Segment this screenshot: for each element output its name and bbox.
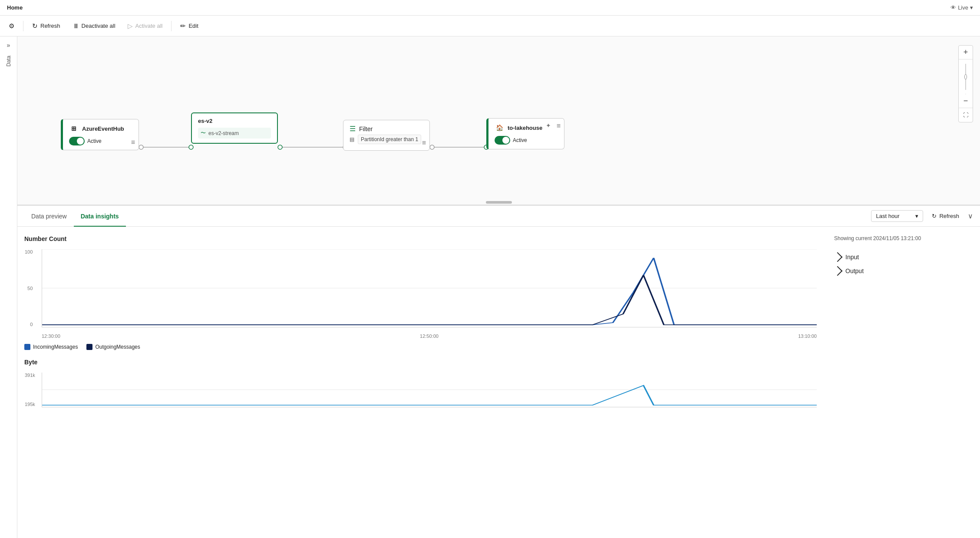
svg-point-1	[139, 145, 143, 149]
zoom-controls: + − ⛶	[958, 45, 973, 122]
destination-node-title: to-lakehouse	[508, 125, 542, 131]
bottom-panel: Data preview Data insights Last hour ▾ ↻…	[17, 206, 980, 538]
source-node-header: ⊞ AzureEventHub	[69, 124, 132, 133]
chart1-y-labels: 100 50 0	[25, 249, 35, 327]
page-title: Home	[7, 4, 23, 11]
output-chevron-icon	[833, 266, 843, 276]
legend-incoming-box	[24, 344, 30, 350]
input-label: Input	[845, 254, 859, 261]
showing-text: Showing current 2024/11/05 13:21:00	[834, 235, 973, 241]
byte-chart: Byte 391k 195k	[24, 359, 817, 407]
input-chevron-icon	[833, 252, 843, 262]
chart1-svg	[42, 249, 817, 327]
canvas-container: ⊞ AzureEventHub Active ≡ es-v2 〜	[17, 36, 980, 538]
chart2-title: Byte	[24, 359, 817, 366]
input-expandable[interactable]: Input	[834, 250, 973, 264]
zoom-fit-button[interactable]: ⛶	[959, 108, 973, 122]
time-selector[interactable]: Last hour ▾	[871, 210, 923, 222]
canvas[interactable]: ⊞ AzureEventHub Active ≡ es-v2 〜	[17, 36, 980, 206]
chart2-svg	[42, 373, 817, 407]
time-selector-chevron: ▾	[915, 213, 918, 219]
settings-button[interactable]: ⚙	[3, 20, 20, 33]
legend-outgoing-box	[86, 344, 92, 350]
scroll-indicator	[486, 201, 512, 204]
content-area: Number Count 100 50 0	[17, 227, 980, 538]
destination-settings-icon[interactable]: ✦	[546, 122, 551, 129]
insights-refresh-icon: ↻	[932, 213, 937, 219]
filter-condition: PartitionId greater than 1	[358, 135, 421, 144]
filter-title: Filter	[359, 125, 373, 132]
sidebar: » Data	[0, 36, 17, 538]
source-node[interactable]: ⊞ AzureEventHub Active ≡	[61, 119, 139, 150]
chart1-area: 100 50 0	[42, 249, 817, 327]
zoom-out-button[interactable]: −	[959, 94, 973, 108]
edit-button[interactable]: ✏ Edit	[175, 20, 203, 33]
chart1-title: Number Count	[24, 235, 817, 242]
main-layout: » Data	[0, 36, 980, 538]
transform-stream-label: es-v2-stream	[208, 130, 239, 136]
zoom-slider[interactable]	[965, 59, 966, 94]
destination-menu-icon[interactable]: ≡	[557, 122, 561, 130]
filter-menu-icon[interactable]: ≡	[422, 139, 426, 147]
toolbar-separator-2	[171, 21, 172, 31]
refresh-icon: ↻	[32, 22, 38, 30]
zoom-in-button[interactable]: +	[959, 46, 973, 59]
legend-incoming: IncomingMessages	[24, 344, 78, 350]
source-node-title: AzureEventHub	[82, 125, 124, 132]
source-status: Active	[87, 138, 102, 144]
filter-node[interactable]: ☰ Filter ▤ PartitionId greater than 1 ≡	[343, 120, 430, 151]
chart2-area: 391k 195k	[42, 373, 817, 407]
view-mode-button[interactable]: 👁 Live ▾	[950, 4, 973, 11]
svg-point-7	[430, 145, 434, 149]
destination-toggle[interactable]	[495, 136, 510, 145]
transform-node-title: es-v2	[198, 118, 212, 124]
activate-icon: ▷	[128, 22, 133, 30]
toolbar: ⚙ ↻ Refresh ⏸ Deactivate all ▷ Activate …	[0, 16, 980, 36]
zoom-thumb	[965, 75, 967, 79]
settings-icon: ⚙	[9, 22, 14, 30]
source-toggle[interactable]	[69, 137, 85, 145]
insights-refresh-button[interactable]: ↻ Refresh	[928, 211, 963, 221]
chart-section: Number Count 100 50 0	[24, 235, 817, 529]
transform-node[interactable]: es-v2 〜 es-v2-stream	[191, 112, 278, 144]
chart1-x-labels: 12:30:00 12:50:00 13:10:00	[42, 332, 817, 339]
destination-status: Active	[513, 137, 527, 143]
tabs-row: Data preview Data insights Last hour ▾ ↻…	[17, 206, 980, 227]
eye-icon: 👁	[950, 4, 956, 11]
chevron-down-icon: ▾	[970, 4, 973, 11]
sidebar-expand-button[interactable]: »	[7, 42, 10, 49]
svg-point-2	[189, 145, 193, 149]
transform-node-header: es-v2	[198, 118, 271, 124]
zoom-track	[965, 64, 966, 90]
eventhub-icon: ⊞	[69, 124, 79, 133]
legend-outgoing: OutgoingMessages	[86, 344, 140, 350]
chart1-legend: IncomingMessages OutgoingMessages	[24, 344, 817, 350]
title-bar: Home 👁 Live ▾	[0, 0, 980, 16]
activate-button[interactable]: ▷ Activate all	[122, 20, 168, 33]
panel-expand-button[interactable]: ∨	[968, 212, 973, 220]
lakehouse-icon: 🏠	[495, 123, 504, 132]
svg-point-4	[278, 145, 282, 149]
filter-condition-row: ▤ PartitionId greater than 1	[350, 135, 423, 144]
number-count-chart: Number Count 100 50 0	[24, 235, 817, 350]
source-toggle-container: Active	[69, 137, 132, 145]
chart2-y-labels: 391k 195k	[25, 373, 38, 407]
filter-icon: ☰	[350, 125, 356, 133]
tab-data-preview[interactable]: Data preview	[24, 206, 74, 227]
flow-area: ⊞ AzureEventHub Active ≡ es-v2 〜	[17, 36, 980, 205]
output-expandable[interactable]: Output	[834, 264, 973, 278]
edit-icon: ✏	[180, 22, 186, 30]
refresh-button[interactable]: ↻ Refresh	[27, 20, 66, 33]
destination-node[interactable]: 🏠 to-lakehouse Active ✦ ≡	[486, 118, 564, 149]
output-label: Output	[845, 267, 864, 274]
deactivate-button[interactable]: ⏸ Deactivate all	[67, 20, 121, 32]
sidebar-label: Data	[6, 56, 12, 66]
filter-condition-icon: ▤	[350, 136, 354, 142]
destination-toggle-container: Active	[495, 136, 558, 145]
tab-data-insights[interactable]: Data insights	[74, 206, 126, 227]
right-panel: Showing current 2024/11/05 13:21:00 Inpu…	[834, 235, 973, 529]
source-menu-icon[interactable]: ≡	[131, 139, 135, 146]
deactivate-icon: ⏸	[73, 22, 79, 30]
toolbar-separator-1	[23, 21, 23, 31]
transform-node-body: 〜 es-v2-stream	[198, 128, 271, 139]
